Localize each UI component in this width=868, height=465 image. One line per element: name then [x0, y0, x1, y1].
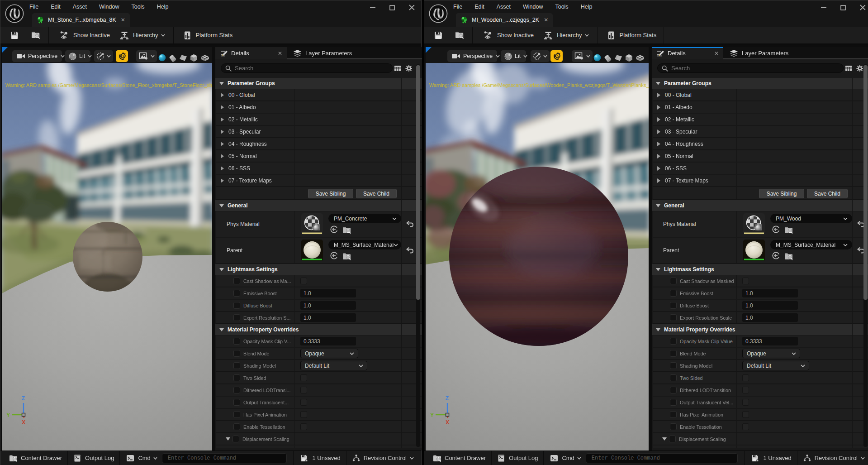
svg-text:X: X — [22, 419, 25, 426]
svg-text:Y: Y — [6, 412, 10, 418]
svg-text:Z: Z — [22, 395, 25, 402]
svg-text:Warning: ARD samples /Game/Meg: Warning: ARD samples /Game/Megascans/Sur… — [429, 82, 649, 88]
svg-text:Z: Z — [446, 395, 449, 402]
svg-text:X: X — [446, 419, 449, 426]
svg-text:Warning: ARD samples /Game/Meg: Warning: ARD samples /Game/Megascans/Sur… — [5, 82, 212, 88]
svg-text:Y: Y — [430, 412, 434, 418]
